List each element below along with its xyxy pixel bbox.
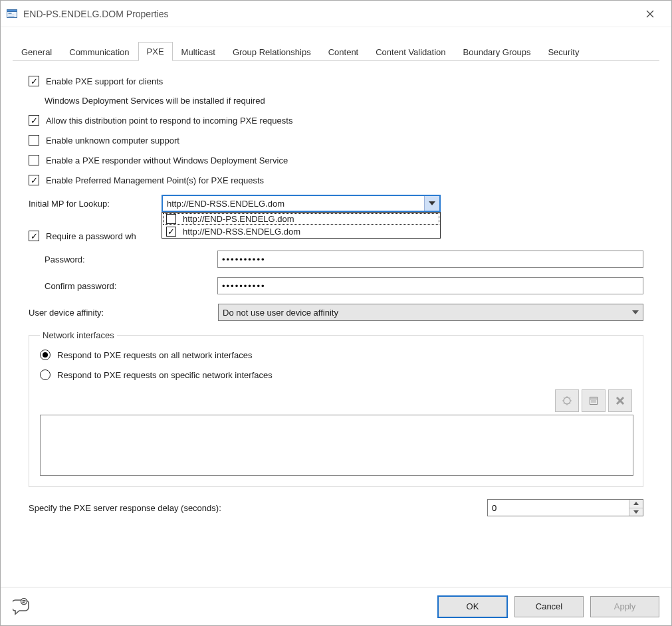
dropdown-item-1[interactable]: http://END-RSS.ENDELG.dom	[162, 225, 440, 238]
dropdown-initial-mp[interactable]: http://END-PS.ENDELG.dom http://END-RSS.…	[162, 212, 441, 239]
radio-specific-interfaces[interactable]	[40, 369, 51, 380]
label-require-password: Require a password wh	[46, 231, 136, 241]
spin-buttons	[629, 500, 643, 516]
tab-strip: General Communication PXE Multicast Grou…	[13, 39, 659, 61]
dialog-button-bar: OK Cancel Apply	[1, 587, 671, 625]
input-response-delay[interactable]	[488, 500, 629, 516]
combo-uda[interactable]: Do not use user device affinity	[218, 304, 643, 321]
label-password: Password:	[45, 255, 217, 264]
input-password[interactable]	[217, 251, 643, 268]
tab-content-validation[interactable]: Content Validation	[367, 43, 454, 61]
label-all-interfaces: Respond to PXE requests on all network i…	[57, 350, 252, 360]
checkbox-enable-responder[interactable]	[29, 155, 39, 165]
tab-group-relationships[interactable]: Group Relationships	[224, 43, 320, 61]
help-icon[interactable]	[13, 598, 431, 615]
tab-pxe[interactable]: PXE	[138, 42, 173, 61]
combo-initial-mp-value: http://END-RSS.ENDELG.dom	[163, 199, 424, 209]
combo-initial-mp-button[interactable]	[424, 196, 439, 211]
checkbox-allow-respond[interactable]	[29, 115, 39, 126]
interface-toolbar	[40, 389, 632, 412]
label-uda: User device affinity:	[29, 308, 218, 318]
tab-page-pxe: Enable PXE support for clients Windows D…	[13, 61, 659, 532]
label-initial-mp: Initial MP for Lookup:	[29, 199, 162, 209]
close-button[interactable]	[635, 2, 665, 26]
dialog-body: General Communication PXE Multicast Grou…	[1, 27, 671, 587]
dropdown-item-1-checkbox[interactable]	[166, 227, 176, 237]
svg-rect-1	[7, 9, 17, 11]
label-confirm-password: Confirm password:	[45, 281, 217, 291]
apply-button[interactable]: Apply	[590, 596, 659, 617]
btn-delete-interface[interactable]	[608, 389, 632, 412]
ok-button[interactable]: OK	[437, 595, 508, 618]
label-enable-unknown: Enable unknown computer support	[46, 136, 179, 146]
apply-button-label: Apply	[614, 601, 636, 611]
label-specific-interfaces: Respond to PXE requests on specific netw…	[57, 370, 273, 380]
radio-all-interfaces[interactable]	[40, 350, 51, 360]
svg-rect-2	[9, 13, 12, 13]
dropdown-item-0-checkbox[interactable]	[166, 214, 176, 224]
tab-communication[interactable]: Communication	[60, 43, 138, 61]
dropdown-item-0-label: http://END-PS.ENDELG.dom	[183, 214, 294, 224]
tab-security[interactable]: Security	[539, 43, 588, 61]
checkbox-enable-unknown[interactable]	[29, 135, 39, 146]
svg-rect-3	[9, 15, 15, 15]
tab-general[interactable]: General	[13, 43, 60, 61]
dropdown-item-1-label: http://END-RSS.ENDELG.dom	[183, 227, 300, 237]
cancel-button[interactable]: Cancel	[514, 596, 584, 617]
tab-content[interactable]: Content	[320, 43, 368, 61]
properties-dialog: END-PS.ENDELG.DOM Properties General Com…	[0, 0, 672, 626]
title-bar: END-PS.ENDELG.DOM Properties	[1, 1, 671, 27]
combo-initial-mp[interactable]: http://END-RSS.ENDELG.dom	[162, 195, 441, 212]
btn-add-interface[interactable]	[555, 389, 579, 412]
window-title: END-PS.ENDELG.DOM Properties	[23, 9, 635, 19]
label-enable-responder: Enable a PXE responder without Windows D…	[46, 156, 288, 165]
ok-button-label: OK	[467, 601, 479, 611]
svg-rect-4	[9, 16, 15, 17]
dropdown-item-0[interactable]: http://END-PS.ENDELG.dom	[162, 213, 440, 225]
btn-edit-interface[interactable]	[582, 389, 606, 412]
checkbox-enable-pxe[interactable]	[29, 76, 39, 86]
label-enable-pxe: Enable PXE support for clients	[46, 76, 163, 86]
tab-multicast[interactable]: Multicast	[173, 43, 224, 61]
checkbox-enable-preferred-mp[interactable]	[29, 175, 39, 185]
hint-wds-install: Windows Deployment Services will be inst…	[45, 96, 265, 106]
legend-network-interfaces: Network interfaces	[40, 330, 117, 340]
svg-rect-17	[590, 397, 598, 399]
spinner-response-delay[interactable]	[487, 499, 643, 516]
group-network-interfaces: Network interfaces Respond to PXE reques…	[29, 330, 643, 487]
checkbox-require-password[interactable]	[29, 231, 39, 241]
spin-up[interactable]	[629, 500, 643, 508]
combo-uda-button[interactable]	[628, 304, 643, 320]
spin-down[interactable]	[629, 508, 643, 516]
combo-uda-value: Do not use user device affinity	[219, 308, 628, 318]
input-confirm-password[interactable]	[217, 277, 643, 294]
tab-boundary-groups[interactable]: Boundary Groups	[455, 43, 540, 61]
list-network-interfaces[interactable]	[40, 415, 633, 476]
app-icon	[6, 8, 18, 20]
label-response-delay: Specify the PXE server response delay (s…	[29, 503, 487, 513]
label-enable-preferred-mp: Enable Preferred Management Point(s) for…	[46, 175, 264, 185]
label-allow-respond: Allow this distribution point to respond…	[46, 116, 292, 126]
cancel-button-label: Cancel	[536, 601, 562, 611]
